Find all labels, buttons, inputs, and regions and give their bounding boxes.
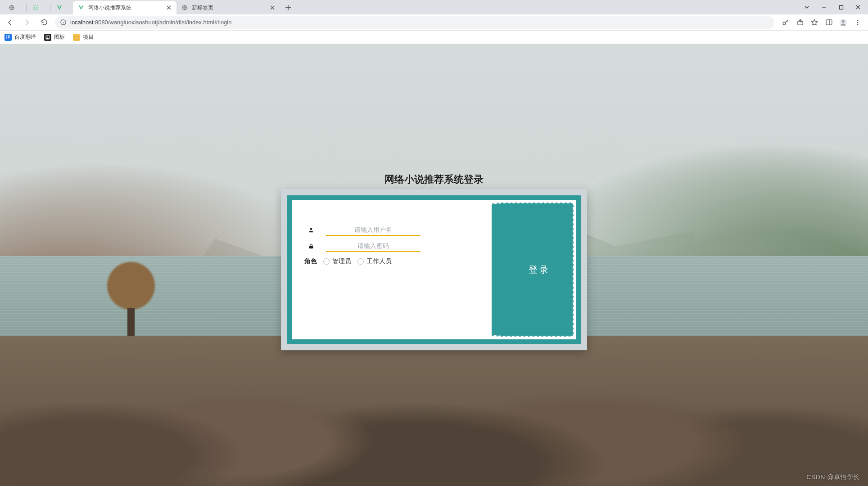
share-icon[interactable] [795,18,805,27]
window-minimize-button[interactable] [816,1,832,14]
new-tab-button[interactable] [282,1,294,14]
svg-point-14 [47,36,48,37]
bookmarks-bar: 译 百度翻译 图标 项目 [0,31,868,44]
svg-rect-3 [839,5,843,9]
radio-icon [357,258,364,265]
role-option-staff[interactable]: 工作人员 [357,257,392,266]
radio-icon [323,258,330,265]
svg-rect-16 [309,246,313,248]
svg-point-5 [783,22,786,25]
tab-title: 网络小说推荐系统 [88,4,162,12]
svg-point-15 [310,228,312,230]
window-maximize-button[interactable] [833,1,849,14]
back-button[interactable] [4,16,16,29]
browser-toolbar: localhost:8080/wangluoxiaoshuotj/admin/d… [0,14,868,31]
tab-vue[interactable] [51,1,73,14]
info-icon [59,19,67,26]
vue-icon [77,4,85,11]
translate-icon: 译 [5,34,12,41]
login-form: 角色 管理员 工作人员 [292,200,486,339]
chevron-down-icon[interactable] [799,1,815,14]
window-controls [799,0,866,14]
login-card: 角色 管理员 工作人员 [281,189,587,350]
role-option-label: 管理员 [332,257,351,266]
tab-app[interactable]: 网络小说推荐系统 [73,1,176,14]
folder-icon [73,34,80,41]
vue-icon [56,4,63,11]
key-icon[interactable] [781,18,791,27]
role-option-admin[interactable]: 管理员 [323,257,351,266]
bookmark-project[interactable]: 项目 [73,33,94,41]
window-close-button[interactable] [850,1,866,14]
tab-code[interactable] [27,1,49,14]
svg-point-9 [842,20,845,22]
forward-button[interactable] [21,16,33,29]
globe-icon [181,4,188,11]
page-viewport: 网络小说推荐系统登录 [0,44,868,486]
code-icon [32,4,39,11]
close-icon[interactable] [269,4,276,11]
role-label: 角色 [304,257,317,266]
browser-tabstrip: 网络小说推荐系统 新标签页 [0,0,868,14]
globe-icon [8,4,15,11]
bookmark-label: 百度翻译 [14,33,36,41]
username-input[interactable] [326,224,420,236]
close-icon[interactable] [166,4,172,11]
user-icon [304,227,318,233]
reload-button[interactable] [38,16,50,29]
role-option-label: 工作人员 [366,257,392,266]
lock-icon [304,243,318,249]
bookmark-label: 图标 [54,33,65,41]
tab-newtab[interactable]: 新标签页 [176,1,280,14]
profile-icon[interactable] [838,18,848,27]
star-icon[interactable] [809,18,819,27]
tab-blank[interactable] [4,1,25,14]
password-input[interactable] [326,240,420,252]
menu-icon[interactable] [853,18,863,27]
svg-point-10 [857,20,859,21]
bookmark-label: 项目 [83,33,94,41]
login-button[interactable]: 登录 [521,261,557,279]
tab-title: 新标签页 [192,4,266,12]
image-icon [44,34,51,41]
svg-rect-7 [826,20,832,25]
login-title: 网络小说推荐系统登录 [281,173,587,186]
address-bar[interactable]: localhost:8080/wangluoxiaoshuotj/admin/d… [55,16,774,29]
svg-point-12 [857,24,859,25]
sidepanel-icon[interactable] [824,18,834,27]
svg-point-11 [857,22,859,23]
bookmark-baidu[interactable]: 译 百度翻译 [5,33,36,41]
watermark: CSDN @卓怡学长 [806,473,860,482]
bookmark-icons[interactable]: 图标 [44,33,65,41]
url-text: localhost:8080/wangluoxiaoshuotj/admin/d… [70,19,231,26]
